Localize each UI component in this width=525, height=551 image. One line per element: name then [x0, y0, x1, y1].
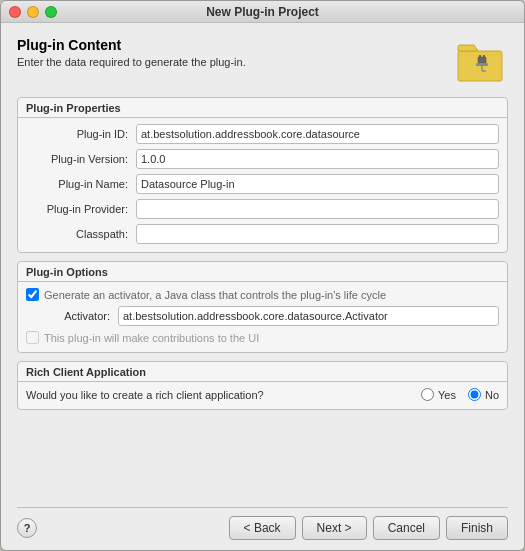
help-button[interactable]: ?	[17, 518, 37, 538]
no-label: No	[485, 389, 499, 401]
plugin-name-row: Plug-in Name:	[26, 174, 499, 194]
page-title: Plug-in Content	[17, 37, 246, 53]
ui-checkbox-label[interactable]: This plug-in will make contributions to …	[26, 331, 259, 344]
rich-client-section: Rich Client Application Would you like t…	[17, 361, 508, 410]
header-section: Plug-in Content Enter the data required …	[17, 37, 508, 85]
bottom-bar: ? < Back Next > Cancel Finish	[1, 508, 524, 550]
help-area: ?	[17, 518, 37, 538]
plugin-properties-title: Plug-in Properties	[18, 98, 507, 118]
navigation-buttons: < Back Next > Cancel Finish	[229, 516, 508, 540]
rca-question: Would you like to create a rich client a…	[26, 389, 264, 401]
activator-label: Activator:	[46, 310, 118, 322]
classpath-row: Classpath:	[26, 224, 499, 244]
titlebar: New Plug-in Project	[1, 1, 524, 23]
activator-checkbox-text: Generate an activator, a Java class that…	[44, 289, 386, 301]
svg-rect-4	[476, 63, 488, 66]
no-radio-label[interactable]: No	[468, 388, 499, 401]
activator-checkbox-label[interactable]: Generate an activator, a Java class that…	[26, 288, 386, 301]
rca-radio-group: Yes No	[421, 388, 499, 401]
plugin-version-row: Plug-in Version:	[26, 149, 499, 169]
activator-checkbox-row: Generate an activator, a Java class that…	[26, 288, 499, 301]
minimize-button[interactable]	[27, 6, 39, 18]
maximize-button[interactable]	[45, 6, 57, 18]
plugin-id-row: Plug-in ID:	[26, 124, 499, 144]
svg-rect-1	[478, 57, 486, 63]
cancel-button[interactable]: Cancel	[373, 516, 440, 540]
plugin-version-label: Plug-in Version:	[26, 153, 136, 165]
plugin-options-section: Plug-in Options Generate an activator, a…	[17, 261, 508, 353]
plugin-provider-input[interactable]	[136, 199, 499, 219]
plugin-id-label: Plug-in ID:	[26, 128, 136, 140]
plugin-icon	[456, 37, 508, 85]
classpath-label: Classpath:	[26, 228, 136, 240]
no-radio[interactable]	[468, 388, 481, 401]
close-button[interactable]	[9, 6, 21, 18]
yes-label: Yes	[438, 389, 456, 401]
window-title: New Plug-in Project	[206, 5, 319, 19]
plugin-version-input[interactable]	[136, 149, 499, 169]
page-subtitle: Enter the data required to generate the …	[17, 56, 246, 68]
next-button[interactable]: Next >	[302, 516, 367, 540]
back-button[interactable]: < Back	[229, 516, 296, 540]
plugin-provider-label: Plug-in Provider:	[26, 203, 136, 215]
plugin-name-label: Plug-in Name:	[26, 178, 136, 190]
classpath-input[interactable]	[136, 224, 499, 244]
activator-input-row: Activator:	[26, 306, 499, 326]
plugin-properties-body: Plug-in ID: Plug-in Version: Plug-in Nam…	[18, 118, 507, 252]
yes-radio-label[interactable]: Yes	[421, 388, 456, 401]
ui-checkbox[interactable]	[26, 331, 39, 344]
plugin-properties-section: Plug-in Properties Plug-in ID: Plug-in V…	[17, 97, 508, 253]
header-text: Plug-in Content Enter the data required …	[17, 37, 246, 68]
header-icon	[456, 37, 508, 85]
plugin-options-body: Generate an activator, a Java class that…	[18, 282, 507, 352]
plugin-id-input[interactable]	[136, 124, 499, 144]
ui-checkbox-row: This plug-in will make contributions to …	[26, 331, 499, 344]
plugin-name-input[interactable]	[136, 174, 499, 194]
window-controls	[9, 6, 57, 18]
activator-checkbox[interactable]	[26, 288, 39, 301]
activator-input[interactable]	[118, 306, 499, 326]
yes-radio[interactable]	[421, 388, 434, 401]
main-window: New Plug-in Project Plug-in Content Ente…	[0, 0, 525, 551]
rich-client-body: Would you like to create a rich client a…	[18, 382, 507, 409]
rich-client-title: Rich Client Application	[18, 362, 507, 382]
plugin-provider-row: Plug-in Provider:	[26, 199, 499, 219]
ui-checkbox-text: This plug-in will make contributions to …	[44, 332, 259, 344]
finish-button[interactable]: Finish	[446, 516, 508, 540]
plugin-options-title: Plug-in Options	[18, 262, 507, 282]
main-content: Plug-in Content Enter the data required …	[1, 23, 524, 507]
